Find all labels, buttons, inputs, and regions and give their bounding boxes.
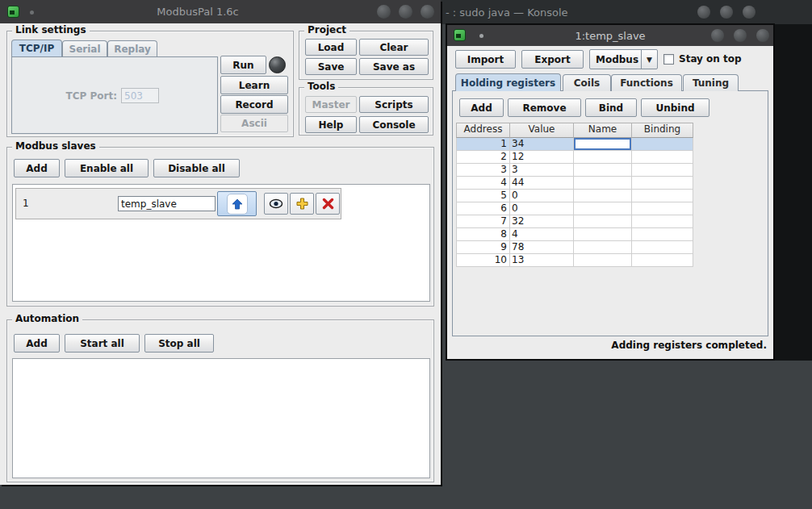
cell-value[interactable]: 78 — [510, 241, 574, 254]
tab-tcpip[interactable]: TCP/IP — [11, 40, 62, 56]
cell-name[interactable] — [574, 138, 632, 151]
maximize-button[interactable] — [720, 6, 733, 19]
table-row[interactable]: 978 — [456, 241, 693, 254]
save-button[interactable]: Save — [305, 58, 357, 75]
column-header-address[interactable]: Address — [456, 123, 510, 138]
add-slave-button[interactable]: Add — [14, 159, 60, 177]
clear-button[interactable]: Clear — [359, 39, 429, 56]
cell-value[interactable]: 3 — [510, 164, 574, 177]
save-as-button[interactable]: Save as — [359, 58, 429, 75]
cell-address[interactable]: 1 — [456, 138, 510, 151]
table-row[interactable]: 212 — [456, 151, 693, 164]
unbind-button[interactable]: Unbind — [641, 98, 709, 117]
cell-name[interactable] — [574, 151, 632, 164]
cell-value[interactable]: 0 — [510, 190, 574, 202]
maximize-button[interactable] — [399, 5, 412, 19]
console-button[interactable]: Console — [359, 116, 429, 133]
slave-titlebar[interactable]: 1:temp_slave — [447, 25, 773, 46]
cell-binding[interactable] — [632, 190, 693, 202]
cell-value[interactable]: 32 — [510, 215, 574, 228]
close-button[interactable] — [756, 29, 769, 42]
help-button[interactable]: Help — [305, 116, 357, 133]
table-row[interactable]: 1013 — [456, 254, 693, 267]
cell-binding[interactable] — [632, 215, 693, 228]
start-all-button[interactable]: Start all — [65, 334, 140, 353]
slave-enable-toggle[interactable] — [217, 191, 257, 216]
table-row[interactable]: 84 — [456, 228, 693, 241]
cell-name[interactable] — [574, 215, 632, 228]
column-header-value[interactable]: Value — [510, 123, 574, 138]
cell-address[interactable]: 7 — [456, 215, 510, 228]
record-button[interactable]: Record — [220, 95, 288, 114]
cell-value[interactable]: 12 — [510, 151, 574, 164]
table-row[interactable]: 134 — [456, 138, 693, 151]
master-button[interactable]: Master — [305, 96, 357, 113]
add-automation-button[interactable]: Add — [14, 334, 60, 353]
minimize-button[interactable] — [711, 29, 724, 42]
remove-register-button[interactable]: Remove — [508, 98, 581, 117]
cell-value[interactable]: 34 — [510, 138, 574, 151]
enable-all-button[interactable]: Enable all — [65, 159, 149, 177]
slave-row[interactable]: 1 — [15, 188, 341, 219]
load-button[interactable]: Load — [305, 39, 357, 56]
tab-tuning[interactable]: Tuning — [683, 74, 739, 91]
cell-binding[interactable] — [632, 164, 693, 177]
cell-binding[interactable] — [632, 241, 693, 254]
cell-address[interactable]: 2 — [456, 151, 510, 164]
table-row[interactable]: 60 — [456, 202, 693, 215]
cell-name[interactable] — [574, 202, 632, 215]
cell-name[interactable] — [574, 190, 632, 202]
tab-serial[interactable]: Serial — [62, 40, 107, 56]
table-row[interactable]: 732 — [456, 215, 693, 228]
cell-name[interactable] — [574, 241, 632, 254]
cell-name[interactable] — [574, 254, 632, 267]
import-button[interactable]: Import — [455, 50, 516, 69]
minimize-button[interactable] — [697, 6, 710, 19]
table-row[interactable]: 444 — [456, 177, 693, 190]
cell-value[interactable]: 44 — [510, 177, 574, 190]
add-register-button[interactable]: Add — [459, 98, 504, 117]
cell-address[interactable]: 3 — [456, 164, 510, 177]
cell-binding[interactable] — [632, 151, 693, 164]
slave-add-automation-button[interactable] — [290, 193, 314, 215]
cell-binding[interactable] — [632, 202, 693, 215]
cell-address[interactable]: 4 — [456, 177, 510, 190]
slave-delete-button[interactable] — [316, 193, 340, 215]
table-row[interactable]: 50 — [456, 190, 693, 202]
cell-name[interactable] — [574, 164, 632, 177]
cell-address[interactable]: 10 — [456, 254, 510, 267]
cell-address[interactable]: 8 — [456, 228, 510, 241]
tab-holding-registers[interactable]: Holding registers — [455, 73, 561, 91]
cell-binding[interactable] — [632, 138, 693, 151]
cell-name[interactable] — [574, 177, 632, 190]
run-button[interactable]: Run — [220, 56, 266, 74]
tab-coils[interactable]: Coils — [563, 74, 611, 91]
cell-address[interactable]: 6 — [456, 202, 510, 215]
modbuspal-titlebar[interactable]: ModbusPal 1.6c — [0, 0, 441, 23]
bind-button[interactable]: Bind — [585, 98, 637, 117]
minimize-button[interactable] — [377, 5, 391, 19]
cell-value[interactable]: 0 — [510, 202, 574, 215]
cell-binding[interactable] — [632, 177, 693, 190]
chevron-down-icon[interactable]: ▼ — [641, 50, 657, 69]
ascii-button[interactable]: Ascii — [220, 115, 288, 132]
close-button[interactable] — [421, 5, 434, 19]
modbus-mode-select[interactable]: Modbus ▼ — [589, 49, 658, 69]
table-row[interactable]: 33 — [456, 164, 693, 177]
maximize-button[interactable] — [734, 29, 747, 42]
stay-on-top-checkbox[interactable] — [663, 54, 674, 65]
close-button[interactable] — [743, 6, 755, 19]
disable-all-button[interactable]: Disable all — [153, 159, 240, 177]
cell-value[interactable]: 13 — [510, 254, 574, 267]
cell-address[interactable]: 9 — [456, 241, 510, 254]
cell-address[interactable]: 5 — [456, 190, 510, 202]
column-header-name[interactable]: Name — [574, 123, 632, 138]
tab-replay[interactable]: Replay — [107, 40, 157, 56]
column-header-binding[interactable]: Binding — [632, 123, 693, 138]
cell-value[interactable]: 4 — [510, 228, 574, 241]
learn-button[interactable]: Learn — [220, 76, 288, 94]
slave-visibility-button[interactable] — [264, 193, 288, 215]
stop-all-button[interactable]: Stop all — [144, 334, 214, 353]
tab-functions[interactable]: Functions — [611, 74, 682, 91]
tcp-port-input[interactable] — [121, 88, 159, 103]
